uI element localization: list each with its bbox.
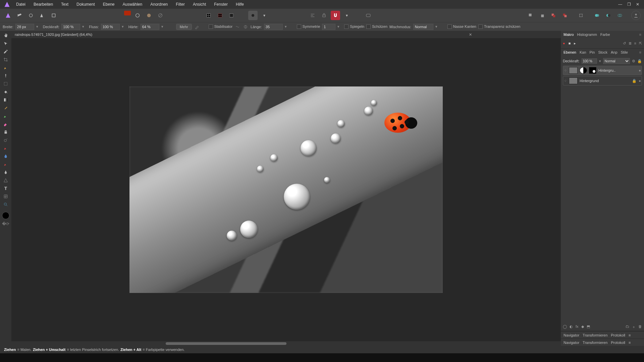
- zoom-tool-icon[interactable]: [1, 201, 10, 208]
- tab-protokoll[interactable]: Protokoll: [611, 341, 625, 345]
- menu-dokument[interactable]: Dokument: [72, 0, 99, 9]
- persona-tone-icon[interactable]: [38, 11, 47, 20]
- swatch-foreground-icon[interactable]: [124, 11, 131, 15]
- clip-icon[interactable]: ⬒: [587, 324, 590, 329]
- tab-anp[interactable]: Anp: [611, 50, 618, 54]
- flood-select-tool-icon[interactable]: [1, 72, 10, 79]
- delete-layer-icon[interactable]: 🗑: [638, 324, 642, 329]
- menu-fenster[interactable]: Fenster: [210, 0, 232, 9]
- chevron-down-icon[interactable]: ▾: [260, 11, 269, 20]
- adjustment-icon[interactable]: ◐: [570, 324, 573, 329]
- chevron-down-icon[interactable]: ▾: [36, 24, 41, 29]
- chevron-down-icon[interactable]: ▾: [599, 59, 601, 63]
- preview-icon[interactable]: [364, 11, 373, 20]
- stop-icon[interactable]: ■: [569, 41, 571, 45]
- chevron-down-icon[interactable]: ▾: [82, 24, 87, 29]
- window-close-button[interactable]: ✕: [633, 2, 642, 7]
- bool-add-icon[interactable]: [592, 11, 602, 20]
- tab-stile[interactable]: Stile: [621, 50, 628, 54]
- grid-a-icon[interactable]: [204, 11, 213, 20]
- mesh-warp-tool-icon[interactable]: [1, 193, 10, 200]
- rope-stabilizer-icon[interactable]: [234, 24, 240, 30]
- persona-photo-icon[interactable]: [3, 11, 13, 20]
- window-minimize-button[interactable]: —: [616, 2, 625, 7]
- align-icon[interactable]: [308, 11, 317, 20]
- erase-tool-icon[interactable]: [1, 121, 10, 127]
- wet-edges-checkbox[interactable]: Nasse Kanten: [447, 24, 476, 29]
- colour-picker-tool-icon[interactable]: [1, 48, 10, 55]
- move-tool-icon[interactable]: [1, 40, 10, 47]
- gradient-tool-icon[interactable]: [1, 97, 10, 103]
- retouch-tool-icon[interactable]: [1, 161, 10, 168]
- menu-anordnen[interactable]: Anordnen: [146, 0, 172, 9]
- visibility-icon[interactable]: ⁘: [564, 79, 567, 83]
- order-dup-b-icon[interactable]: [560, 11, 570, 20]
- macro-export-icon[interactable]: ⇱: [639, 41, 642, 46]
- tab-stock[interactable]: Stock: [598, 50, 607, 54]
- panel-menu-icon[interactable]: ≡: [629, 333, 631, 337]
- chevron-down-icon[interactable]: ▾: [285, 24, 289, 29]
- more-button[interactable]: Mehr: [176, 24, 192, 30]
- protect-checkbox[interactable]: Schützen: [366, 24, 387, 29]
- lock-icon[interactable]: 🔒: [637, 59, 642, 63]
- persona-liquify-icon[interactable]: [15, 11, 24, 20]
- persona-develop-icon[interactable]: [26, 11, 36, 20]
- panel-menu-icon[interactable]: ≡: [639, 33, 641, 37]
- mask-circle-icon[interactable]: [133, 11, 142, 20]
- layer-row[interactable]: ⁘Hintergrund🔒●: [563, 76, 642, 85]
- menu-filter[interactable]: Filter: [172, 0, 189, 9]
- tab-transformieren[interactable]: Transformieren: [583, 341, 607, 345]
- menu-ebene[interactable]: Ebene: [99, 0, 119, 9]
- clone-tool-icon[interactable]: [1, 129, 10, 135]
- pen-tool-icon[interactable]: [1, 169, 10, 176]
- gear-icon[interactable]: ⚙: [632, 59, 635, 63]
- panel-menu-icon[interactable]: ≡: [629, 341, 631, 345]
- crop-tool-icon[interactable]: [1, 56, 10, 63]
- tab-makro[interactable]: Makro: [564, 33, 574, 37]
- mask-icon[interactable]: ◯: [563, 324, 567, 329]
- menu-hilfe[interactable]: Hilfe: [232, 0, 248, 9]
- tab-protokoll[interactable]: Protokoll: [611, 333, 625, 337]
- tab-pin[interactable]: Pin: [590, 50, 595, 54]
- layer-blend-select[interactable]: Normal: [603, 58, 630, 64]
- opacity-input[interactable]: [61, 24, 80, 30]
- account-icon[interactable]: [631, 11, 641, 20]
- play-icon[interactable]: ▸: [574, 41, 576, 46]
- snapping-toggle-icon[interactable]: [331, 11, 340, 20]
- tab-navigator[interactable]: Navigator: [564, 333, 579, 337]
- document-tab[interactable]: raindrops-574971_1920.jpg [Geändert] (64…: [11, 31, 475, 38]
- marquee-tool-icon[interactable]: [1, 80, 10, 87]
- tab-kan[interactable]: Kan: [580, 50, 586, 54]
- close-icon[interactable]: ✕: [469, 33, 472, 37]
- tab-navigator[interactable]: Navigator: [564, 341, 579, 345]
- lock-icon[interactable]: [319, 11, 329, 20]
- dodge-tool-icon[interactable]: [1, 137, 10, 143]
- symmetry-input[interactable]: [322, 24, 335, 30]
- chevron-down-icon[interactable]: ▾: [342, 11, 352, 20]
- tab-ebenen[interactable]: Ebenen: [564, 50, 576, 54]
- menu-auswählen[interactable]: Auswählen: [118, 0, 146, 9]
- width-input[interactable]: [15, 24, 34, 30]
- tag-icon[interactable]: ◆: [581, 324, 584, 329]
- colour-wheel-icon[interactable]: [144, 11, 154, 20]
- macro-reset-icon[interactable]: ↺: [623, 41, 626, 46]
- chevron-down-icon[interactable]: ▾: [337, 24, 342, 29]
- tab-farbe[interactable]: Farbe: [600, 33, 610, 37]
- order-front-icon[interactable]: [537, 11, 547, 20]
- chevron-down-icon[interactable]: ▾: [161, 24, 166, 29]
- pixel-tool-icon[interactable]: [1, 113, 10, 119]
- window-stabilizer-icon[interactable]: [243, 24, 249, 30]
- layer-opacity-input[interactable]: [582, 58, 597, 64]
- length-input[interactable]: [264, 24, 283, 30]
- brush-preset-icon[interactable]: [194, 24, 200, 30]
- macro-list-a-icon[interactable]: ≣: [629, 41, 632, 46]
- tab-transformieren[interactable]: Transformieren: [583, 333, 607, 337]
- visibility-icon[interactable]: ⁘: [564, 68, 567, 73]
- swap-colours-icon[interactable]: �⟳: [1, 221, 10, 227]
- no-colour-icon[interactable]: [156, 11, 165, 20]
- mirror-checkbox[interactable]: Spiegeln: [344, 24, 364, 29]
- grid-b-icon[interactable]: [215, 11, 225, 20]
- horizontal-scrollbar[interactable]: [11, 341, 561, 346]
- grid-c-icon[interactable]: [227, 11, 236, 20]
- stabilizer-checkbox[interactable]: Stabilisator: [209, 24, 232, 29]
